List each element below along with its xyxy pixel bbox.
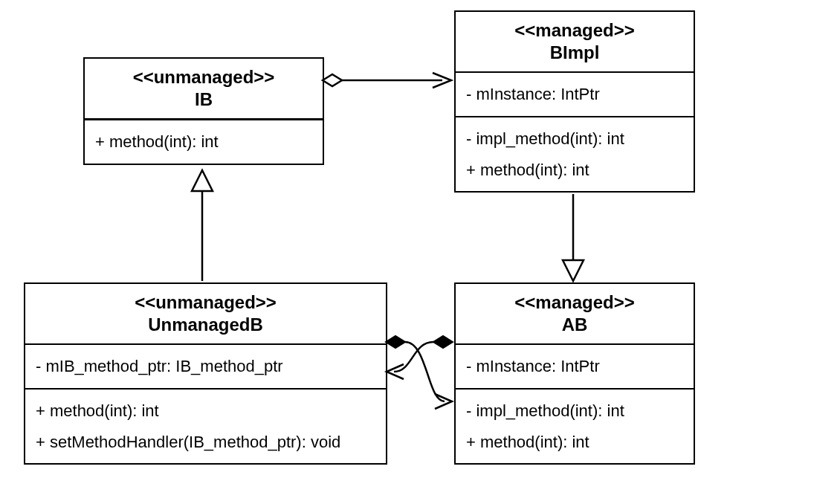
rel-ib-bimpl-aggregation bbox=[323, 73, 451, 88]
rel-bimpl-ab-generalization bbox=[563, 194, 584, 281]
class-unmanagedb-attr-0: - mIB_method_ptr: IB_method_ptr bbox=[36, 351, 375, 382]
class-ib-method-0: + method(int): int bbox=[95, 126, 312, 158]
svg-marker-3 bbox=[192, 170, 213, 191]
class-ab: <<managed>> AB - mInstance: IntPtr - imp… bbox=[454, 282, 695, 465]
class-ib-header: <<unmanaged>> IB bbox=[85, 59, 323, 120]
class-ab-method-0: - impl_method(int): int bbox=[466, 395, 683, 427]
class-unmanagedb-methods: + method(int): int + setMethodHandler(IB… bbox=[25, 390, 386, 464]
class-ab-attrs: - mInstance: IntPtr bbox=[456, 345, 694, 390]
class-ab-header: <<managed>> AB bbox=[456, 284, 694, 345]
class-bimpl: <<managed>> BImpl - mInstance: IntPtr - … bbox=[454, 10, 695, 193]
class-ab-method-1: + method(int): int bbox=[466, 427, 683, 458]
class-bimpl-name: BImpl bbox=[465, 42, 685, 64]
class-bimpl-header: <<managed>> BImpl bbox=[456, 12, 694, 73]
class-ab-methods: - impl_method(int): int + method(int): i… bbox=[456, 390, 694, 464]
class-bimpl-stereotype: <<managed>> bbox=[465, 19, 685, 42]
class-bimpl-method-0: - impl_method(int): int bbox=[466, 123, 683, 155]
svg-marker-5 bbox=[563, 260, 584, 281]
class-ib-methods: + method(int): int bbox=[85, 120, 323, 164]
class-unmanagedb-header: <<unmanaged>> UnmanagedB bbox=[25, 284, 386, 345]
class-unmanagedb-method-0: + method(int): int bbox=[36, 395, 375, 427]
class-unmanagedb: <<unmanaged>> UnmanagedB - mIB_method_pt… bbox=[24, 282, 387, 465]
class-ib-stereotype: <<unmanaged>> bbox=[94, 66, 314, 88]
rel-unmanagedb-ab-composition bbox=[386, 336, 453, 409]
class-unmanagedb-attrs: - mIB_method_ptr: IB_method_ptr bbox=[25, 345, 386, 390]
svg-marker-6 bbox=[433, 336, 453, 348]
svg-marker-7 bbox=[386, 336, 405, 348]
class-bimpl-methods: - impl_method(int): int + method(int): i… bbox=[456, 117, 694, 192]
class-unmanagedb-stereotype: <<unmanaged>> bbox=[34, 291, 377, 314]
class-ab-stereotype: <<managed>> bbox=[465, 291, 685, 314]
class-ib-name: IB bbox=[94, 88, 314, 111]
rel-unmanagedb-ib-generalization bbox=[192, 170, 213, 281]
class-ib: <<unmanaged>> IB + method(int): int bbox=[83, 57, 324, 165]
class-ab-name: AB bbox=[465, 314, 685, 336]
class-bimpl-attrs: - mInstance: IntPtr bbox=[456, 73, 694, 117]
svg-marker-1 bbox=[323, 74, 342, 86]
class-ab-attr-0: - mInstance: IntPtr bbox=[466, 351, 683, 382]
class-bimpl-method-1: + method(int): int bbox=[466, 155, 683, 186]
class-unmanagedb-method-1: + setMethodHandler(IB_method_ptr): void bbox=[36, 427, 375, 458]
class-bimpl-attr-0: - mInstance: IntPtr bbox=[466, 79, 683, 110]
uml-diagram: <<unmanaged>> IB + method(int): int <<ma… bbox=[0, 0, 840, 504]
class-unmanagedb-name: UnmanagedB bbox=[34, 314, 377, 336]
